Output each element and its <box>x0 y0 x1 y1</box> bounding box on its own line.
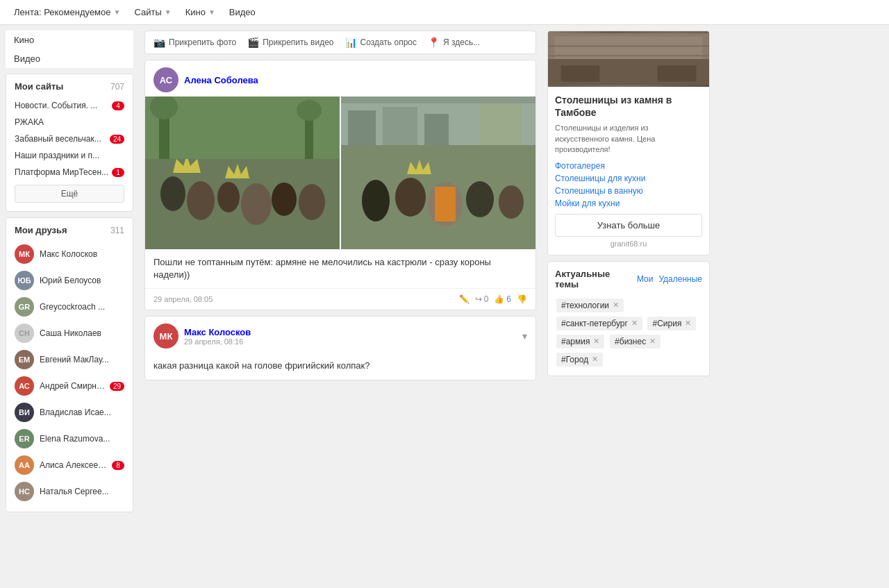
nav-video[interactable]: Видео <box>222 0 263 24</box>
site-item-4-label: Платформа МирТесен... <box>15 167 109 177</box>
topic-tag-2-label: #Сирия <box>652 319 681 328</box>
topic-tag-4-remove[interactable]: ✕ <box>649 337 656 346</box>
svg-point-23 <box>395 178 426 217</box>
nav-feed-arrow: ▼ <box>114 8 121 16</box>
post-2-expand[interactable]: ▾ <box>522 330 527 342</box>
svg-rect-36 <box>658 65 697 81</box>
topics-deleted-link[interactable]: Удаленные <box>658 274 702 284</box>
friend-item-7[interactable]: ER Elena Razumova... <box>6 426 133 452</box>
svg-point-3 <box>187 181 215 220</box>
topic-tag-0[interactable]: #технологии ✕ <box>556 299 624 312</box>
location-icon: 📍 <box>428 37 440 48</box>
ad-image <box>548 31 709 87</box>
friend-name-0: Макс Колосков <box>40 249 124 259</box>
ad-domain: granit68.ru <box>555 240 702 248</box>
friend-name-1: Юрий Белоусов <box>40 276 124 285</box>
attach-photo-label: Прикрепить фото <box>169 37 236 47</box>
checkin-btn[interactable]: 📍 Я здесь... <box>428 37 480 48</box>
topics-my-link[interactable]: Мои <box>637 274 654 284</box>
sidebar-extra-nav: Кино Видео <box>6 31 133 68</box>
post-2-author[interactable]: Макс Колосков <box>184 327 251 337</box>
topics-title: Актуальные темы <box>555 269 631 289</box>
nav-cinema-arrow: ▼ <box>208 8 215 16</box>
ad-learn-more-button[interactable]: Узнать больше <box>555 214 702 237</box>
main-feed: 📷 Прикрепить фото 🎬 Прикрепить видео 📊 С… <box>139 25 542 523</box>
my-friends-section: Мои друзья 311 МК Макс Колосков ЮБ Юрий … <box>6 217 133 512</box>
nav-sites[interactable]: Сайты ▼ <box>127 0 178 24</box>
svg-point-2 <box>160 176 185 211</box>
friend-item-8[interactable]: АА Алиса Алексеев... 8 <box>6 452 133 478</box>
my-sites-title: Мои сайты <box>15 81 63 92</box>
share-btn[interactable]: ↪ 0 <box>475 294 489 304</box>
ad-link-3[interactable]: Мойки для кухни <box>555 199 702 208</box>
sidebar-item-video[interactable]: Видео <box>6 49 133 68</box>
friend-item-1[interactable]: ЮБ Юрий Белоусов <box>6 267 133 294</box>
topic-tag-1-remove[interactable]: ✕ <box>631 319 638 328</box>
topic-tag-2[interactable]: #Сирия ✕ <box>647 317 696 330</box>
friend-avatar-3: СН <box>15 324 34 343</box>
topic-tag-0-remove[interactable]: ✕ <box>613 301 619 310</box>
edit-icon: ✏️ <box>459 294 470 304</box>
my-sites-section: Мои сайты 707 Новости. События. ... 4 РЖ… <box>6 74 133 212</box>
topic-tag-5-remove[interactable]: ✕ <box>592 355 598 364</box>
video-icon: 🎬 <box>247 37 259 48</box>
create-poll-btn[interactable]: 📊 Создать опрос <box>345 37 417 48</box>
nav-feed-label: Лента: Рекомендуемое <box>14 7 111 17</box>
svg-point-26 <box>499 185 524 219</box>
topic-tag-3[interactable]: #армия ✕ <box>556 335 604 348</box>
like-btn[interactable]: 👍 6 <box>494 294 511 304</box>
friend-item-6[interactable]: ВИ Владислав Исае... <box>6 399 133 426</box>
friend-item-3[interactable]: СН Саша Николаев <box>6 320 133 346</box>
dislike-btn[interactable]: 👎 <box>517 294 527 304</box>
post-2-header: МК Макс Колосков 29 апреля, 08:16 ▾ <box>145 317 535 353</box>
post-2-date: 29 апреля, 08:16 <box>184 337 251 346</box>
share-count: 0 <box>484 294 489 304</box>
svg-point-14 <box>297 100 322 121</box>
friend-item-2[interactable]: GR Greycockroach ... <box>6 294 133 320</box>
friend-item-0[interactable]: МК Макс Колосков <box>6 241 133 267</box>
sites-more-button[interactable]: Ещё <box>15 185 124 203</box>
friend-badge-5: 29 <box>110 382 124 391</box>
site-item-3[interactable]: Наши праздники и п... <box>6 147 133 164</box>
nav-cinema-label: Кино <box>185 7 206 17</box>
friend-item-5[interactable]: АС Андрей Смирнов... 29 <box>6 373 133 399</box>
crowd-right-svg <box>341 96 535 249</box>
ad-link-1[interactable]: Столешницы для кухни <box>555 174 702 183</box>
attach-video-label: Прикрепить видео <box>263 37 333 47</box>
topic-tag-3-remove[interactable]: ✕ <box>593 337 599 346</box>
topic-tag-2-remove[interactable]: ✕ <box>685 319 691 328</box>
attach-video-btn[interactable]: 🎬 Прикрепить видео <box>247 37 333 48</box>
friend-avatar-6: ВИ <box>15 403 34 422</box>
attach-photo-btn[interactable]: 📷 Прикрепить фото <box>153 37 236 48</box>
ad-link-0[interactable]: Фотогалерея <box>555 161 702 171</box>
topic-tag-3-label: #армия <box>561 337 590 346</box>
site-item-2[interactable]: Забавный весельчак... 24 <box>6 131 133 147</box>
nav-cinema[interactable]: Кино ▼ <box>178 0 222 24</box>
sidebar-item-cinema[interactable]: Кино <box>6 31 133 49</box>
friend-item-9[interactable]: НС Наталья Сергее... <box>6 478 133 505</box>
ad-description: Столешницы и изделия из искусственного к… <box>555 123 702 155</box>
site-item-4[interactable]: Платформа МирТесен... 1 <box>6 164 133 180</box>
friend-avatar-4: ЕМ <box>15 350 34 369</box>
my-friends-count: 311 <box>110 226 124 235</box>
ad-link-2[interactable]: Столешницы в ванную <box>555 186 702 196</box>
nav-feed[interactable]: Лента: Рекомендуемое ▼ <box>7 0 127 24</box>
topic-tag-1[interactable]: #санкт-петербург ✕ <box>556 317 642 330</box>
friend-name-2: Greycockroach ... <box>40 302 124 312</box>
topics-block: Актуальные темы Мои Удаленные #технологи… <box>547 261 710 376</box>
post-1-author[interactable]: Алена Соболева <box>184 75 258 85</box>
friend-item-4[interactable]: ЕМ Евгений МакЛау... <box>6 346 133 373</box>
site-item-1[interactable]: РЖАКА <box>6 114 133 131</box>
topic-tag-5[interactable]: #Город ✕ <box>556 353 603 367</box>
post-1-reactions: ✏️ ↪ 0 👍 6 👎 <box>459 294 527 304</box>
site-item-0[interactable]: Новости. События. ... 4 <box>6 97 133 114</box>
topic-tag-4[interactable]: #бизнес ✕ <box>610 335 660 348</box>
edit-btn[interactable]: ✏️ <box>459 294 470 304</box>
site-item-4-badge: 1 <box>112 168 124 177</box>
topic-tag-1-label: #санкт-петербург <box>561 319 628 328</box>
site-item-0-badge: 4 <box>112 101 124 110</box>
svg-rect-20 <box>424 114 449 145</box>
friend-avatar-8: АА <box>15 455 34 475</box>
ad-body: Столешницы из камня в Тамбове Столешницы… <box>548 87 709 255</box>
topic-tag-4-label: #бизнес <box>615 337 646 346</box>
